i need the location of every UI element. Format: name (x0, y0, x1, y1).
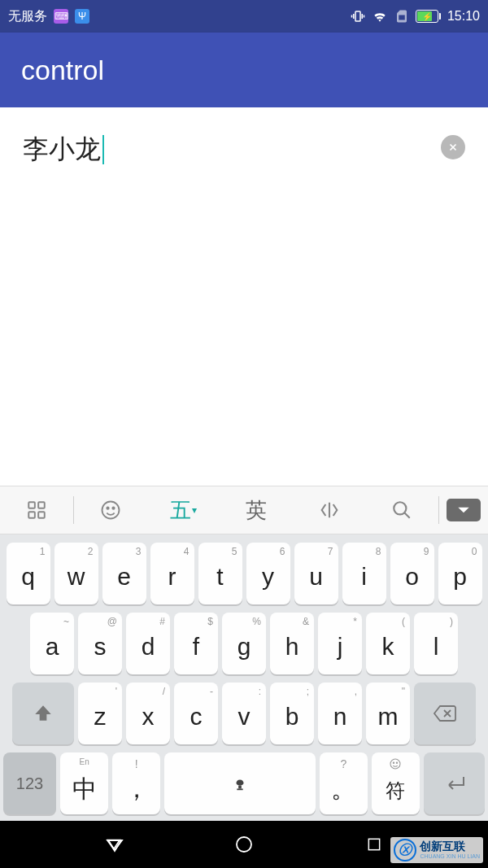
key-k[interactable]: (k (366, 613, 410, 674)
ime-english-tab[interactable]: 英 (220, 496, 293, 525)
svg-rect-10 (238, 786, 242, 789)
key-main: z (94, 704, 107, 729)
ime-apps-icon[interactable] (0, 499, 73, 521)
watermark-icon: ⓧ (394, 839, 416, 861)
key-sup: 9 (424, 546, 429, 557)
input-area[interactable]: 李小龙 (0, 107, 488, 486)
key-main: m (378, 704, 399, 729)
key-sup: 7 (328, 546, 333, 557)
back-button[interactable] (98, 828, 130, 861)
key-n[interactable]: ,n (318, 683, 362, 744)
key-j[interactable]: *j (318, 613, 362, 674)
ime-wubi-tab[interactable]: 五▾ (146, 496, 220, 525)
period-key[interactable]: ? 。 (320, 752, 368, 814)
key-q[interactable]: 1q (7, 543, 50, 604)
period-sup: ? (340, 757, 346, 770)
symbol-key[interactable]: 符 (372, 752, 420, 814)
input-value: 李小龙 (23, 132, 101, 168)
key-v[interactable]: :v (222, 683, 266, 744)
ime-search-icon[interactable] (365, 499, 438, 521)
svg-rect-3 (38, 502, 45, 508)
key-m[interactable]: "m (366, 683, 410, 744)
key-y[interactable]: 6y (246, 543, 290, 604)
key-main: h (285, 635, 299, 659)
key-r[interactable]: 4r (150, 543, 194, 604)
key-sup: 6 (280, 546, 285, 557)
home-button[interactable] (228, 828, 260, 861)
key-l[interactable]: )l (414, 613, 458, 674)
key-main: s (94, 635, 107, 659)
svg-point-12 (390, 759, 400, 769)
key-e[interactable]: 3e (102, 543, 146, 604)
svg-rect-16 (368, 839, 379, 849)
key-sup: $ (207, 616, 213, 627)
key-sup: / (163, 686, 165, 697)
comma-key[interactable]: ! ， (112, 752, 160, 814)
numeric-key[interactable]: 123 (3, 752, 56, 814)
ime-emoji-icon[interactable] (74, 499, 147, 521)
key-sup: ~ (63, 616, 69, 627)
ime-collapse-button[interactable] (439, 499, 488, 521)
key-main: b (285, 704, 299, 729)
app-title: control (21, 55, 104, 86)
svg-point-7 (107, 508, 108, 509)
key-sup: ( (402, 616, 405, 627)
enter-key[interactable] (424, 752, 485, 814)
key-g[interactable]: %g (222, 613, 266, 674)
key-main: w (68, 565, 85, 589)
numeric-label: 123 (16, 774, 43, 793)
key-b[interactable]: ;b (270, 683, 314, 744)
key-o[interactable]: 9o (390, 543, 434, 604)
key-main: f (193, 635, 199, 659)
backspace-key[interactable] (414, 683, 476, 744)
space-key[interactable] (164, 752, 315, 814)
ime-edit-icon[interactable] (293, 499, 366, 521)
key-row-1: 1q2w3e4r5t6y7u8i9o0p (3, 543, 485, 604)
key-s[interactable]: @s (78, 613, 122, 674)
key-main: g (237, 635, 251, 659)
ime-wubi-label: 五 (170, 496, 191, 525)
svg-rect-0 (355, 11, 360, 21)
key-u[interactable]: 7u (294, 543, 338, 604)
period-main: 。 (331, 777, 355, 801)
key-x[interactable]: /x (126, 683, 170, 744)
key-z[interactable]: 'z (78, 683, 122, 744)
input-text[interactable]: 李小龙 (23, 132, 104, 168)
key-w[interactable]: 2w (54, 543, 98, 604)
key-f[interactable]: $f (174, 613, 218, 674)
vibrate-icon (351, 9, 365, 24)
battery-icon: ⚡ (416, 10, 441, 23)
ime-indicator-icon: ⌨ (54, 9, 68, 24)
status-bar: 无服务 ⌨ Ψ ⚡ 15:10 (0, 0, 488, 33)
usb-indicator-icon: Ψ (75, 9, 89, 24)
key-sup: 0 (472, 546, 477, 557)
clock: 15:10 (447, 9, 480, 24)
key-sup: @ (107, 616, 117, 627)
key-sup: - (210, 686, 213, 697)
key-c[interactable]: -c (174, 683, 218, 744)
status-right: ⚡ 15:10 (351, 8, 480, 24)
key-sup: 2 (88, 546, 94, 557)
key-h[interactable]: &h (270, 613, 314, 674)
key-t[interactable]: 5t (198, 543, 242, 604)
key-main: j (338, 635, 343, 659)
recent-button[interactable] (358, 828, 390, 861)
shift-key[interactable] (12, 683, 74, 744)
key-a[interactable]: ~a (30, 613, 74, 674)
svg-rect-11 (237, 788, 242, 790)
key-sup: 8 (376, 546, 381, 557)
ime-dropdown-icon: ▾ (192, 504, 197, 516)
key-main: k (382, 635, 394, 659)
key-sup: ) (450, 616, 453, 627)
wifi-icon (372, 8, 388, 24)
clear-button[interactable] (441, 135, 465, 159)
key-sup: " (402, 686, 405, 697)
symbol-label: 符 (386, 781, 405, 800)
key-i[interactable]: 8i (342, 543, 386, 604)
language-key[interactable]: En 中 (60, 752, 108, 814)
key-main: p (453, 565, 467, 589)
key-p[interactable]: 0p (438, 543, 482, 604)
key-sup: 3 (136, 546, 142, 557)
key-d[interactable]: #d (126, 613, 170, 674)
key-sup: , (355, 686, 357, 697)
